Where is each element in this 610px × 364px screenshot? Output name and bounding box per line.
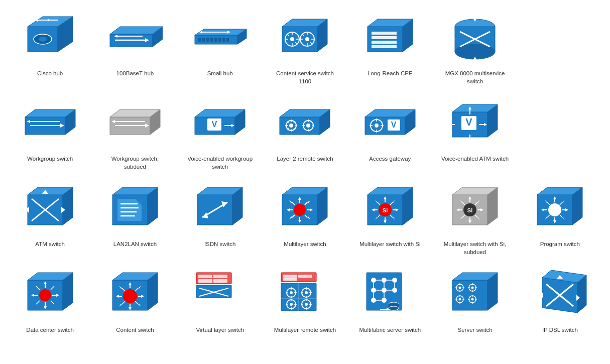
svg-point-334 <box>392 288 397 293</box>
svg-point-303 <box>290 291 293 294</box>
item-server-switch[interactable]: Server switch <box>435 267 515 334</box>
svg-rect-281 <box>213 279 227 283</box>
label-virtual-layer-switch: Virtual layer switch <box>196 326 244 334</box>
svg-rect-25 <box>222 38 225 42</box>
icon-workgroup-switch-subdued <box>102 95 168 151</box>
svg-point-111 <box>375 124 379 128</box>
item-content-service-switch-1100[interactable]: Content service switch 1100 <box>265 10 345 85</box>
svg-rect-298 <box>283 275 297 278</box>
svg-rect-24 <box>218 38 221 42</box>
icon-workgroup-switch <box>18 95 83 151</box>
label-data-center-switch: Data center switch <box>26 326 74 334</box>
icon-multifabric-server-switch <box>357 267 423 322</box>
icon-virtual-layer-switch <box>187 267 253 322</box>
svg-point-158 <box>294 204 306 216</box>
spacer-2 <box>520 95 600 171</box>
svg-rect-143 <box>117 199 142 221</box>
svg-rect-279 <box>213 275 227 278</box>
svg-point-331 <box>392 278 397 283</box>
label-atm-switch: ATM switch <box>35 240 65 248</box>
svg-point-335 <box>371 298 376 303</box>
label-multilayer-remote-switch: Multilayer remote switch <box>274 326 336 334</box>
svg-rect-55 <box>372 36 397 39</box>
item-multilayer-switch-si[interactable]: Si Multilayer switch with Si <box>350 181 430 256</box>
item-workgroup-switch[interactable]: Workgroup switch <box>10 95 90 171</box>
svg-point-336 <box>382 298 387 303</box>
svg-point-292 <box>220 303 224 307</box>
svg-text:Si: Si <box>467 207 472 213</box>
svg-point-315 <box>290 303 293 306</box>
label-ip-dsl-switch: IP DSL switch <box>542 326 578 334</box>
item-atm-switch[interactable]: ATM switch <box>10 181 90 256</box>
icon-lan2lan-switch <box>102 181 168 236</box>
icon-cisco-hub <box>18 10 83 65</box>
label-cisco-hub: Cisco hub <box>37 69 63 77</box>
svg-rect-22 <box>210 38 213 42</box>
label-program-switch: Program switch <box>540 240 580 248</box>
item-multilayer-remote-switch[interactable]: Multilayer remote switch <box>265 267 345 334</box>
svg-text:V: V <box>212 120 217 129</box>
spacer-1 <box>520 10 600 85</box>
svg-marker-136 <box>25 207 29 213</box>
svg-point-333 <box>382 288 387 293</box>
item-small-hub[interactable]: Small hub <box>180 10 260 85</box>
svg-rect-54 <box>372 32 397 35</box>
svg-point-349 <box>389 306 399 310</box>
item-content-switch[interactable]: Content switch <box>95 267 175 334</box>
item-isdn-switch[interactable]: ISDN switch <box>180 181 260 256</box>
icon-long-reach-cpe <box>357 10 423 65</box>
svg-rect-23 <box>214 38 217 42</box>
label-access-gateway: Access gateway <box>369 155 411 163</box>
icon-ip-dsl-switch <box>527 267 592 322</box>
svg-marker-63 <box>450 36 455 42</box>
icon-content-switch <box>102 267 168 322</box>
svg-rect-299 <box>298 275 312 278</box>
item-access-gateway[interactable]: V Access gateway <box>350 95 430 171</box>
item-voice-enabled-atm-switch[interactable]: V Voice-enabled ATM switch <box>435 95 515 171</box>
item-workgroup-switch-subdued[interactable]: Workgroup switch, subdued <box>95 95 175 171</box>
svg-point-330 <box>382 278 387 283</box>
icon-multilayer-switch-si: Si <box>357 181 423 236</box>
label-mgx-8000: MGX 8000 multiservice switch <box>440 69 510 85</box>
svg-point-36 <box>290 37 294 41</box>
svg-point-102 <box>306 124 310 128</box>
icon-voice-enabled-atm-switch: V <box>442 95 508 151</box>
item-virtual-layer-switch[interactable]: Virtual layer switch <box>180 267 260 334</box>
svg-point-260 <box>123 289 137 303</box>
item-multilayer-switch[interactable]: Multilayer switch <box>265 181 345 256</box>
item-program-switch[interactable]: Program switch <box>520 181 600 256</box>
svg-rect-20 <box>202 38 205 42</box>
svg-rect-280 <box>198 279 212 283</box>
label-content-switch: Content switch <box>116 326 154 334</box>
icon-atm-switch <box>18 181 83 236</box>
label-voice-enabled-workgroup-switch: Voice-enabled workgroup switch <box>185 155 255 171</box>
svg-point-220 <box>548 203 561 216</box>
icon-100baset-hub <box>102 10 168 65</box>
label-100baset-hub: 100BaseT hub <box>116 69 154 77</box>
label-small-hub: Small hub <box>207 69 233 77</box>
label-multilayer-switch: Multilayer switch <box>284 240 326 248</box>
icon-multilayer-switch-si-subdued: Si <box>442 181 508 236</box>
svg-text:Si: Si <box>383 207 388 213</box>
item-lan2lan-switch[interactable]: LAN2LAN switch <box>95 181 175 256</box>
item-ip-dsl-switch[interactable]: IP DSL switch <box>520 267 600 334</box>
item-data-center-switch[interactable]: Data center switch <box>10 267 90 334</box>
svg-rect-21 <box>206 38 209 42</box>
item-long-reach-cpe[interactable]: Long-Reach CPE <box>350 10 430 85</box>
label-server-switch: Server switch <box>458 326 493 334</box>
item-multilayer-switch-si-subdued[interactable]: Si Multilayer switch with Si, s <box>435 181 515 256</box>
item-voice-enabled-workgroup-switch[interactable]: V Voice-enabled workgroup switch <box>180 95 260 171</box>
icon-multilayer-switch <box>272 181 337 236</box>
item-100baset-hub[interactable]: 100BaseT hub <box>95 10 175 85</box>
item-multifabric-server-switch[interactable]: Multifabric server switch <box>350 267 430 334</box>
item-mgx-8000[interactable]: MGX 8000 multiservice switch <box>435 10 515 85</box>
item-cisco-hub[interactable]: Cisco hub <box>10 10 90 85</box>
svg-point-4 <box>39 37 47 42</box>
label-content-service-switch-1100: Content service switch 1100 <box>270 69 340 85</box>
label-long-reach-cpe: Long-Reach CPE <box>368 69 413 77</box>
svg-point-37 <box>305 37 309 41</box>
item-layer-2-remote-switch[interactable]: Layer 2 remote switch <box>265 95 345 171</box>
icon-isdn-switch <box>187 181 253 236</box>
svg-marker-130 <box>468 140 471 143</box>
svg-text:V: V <box>391 120 396 129</box>
